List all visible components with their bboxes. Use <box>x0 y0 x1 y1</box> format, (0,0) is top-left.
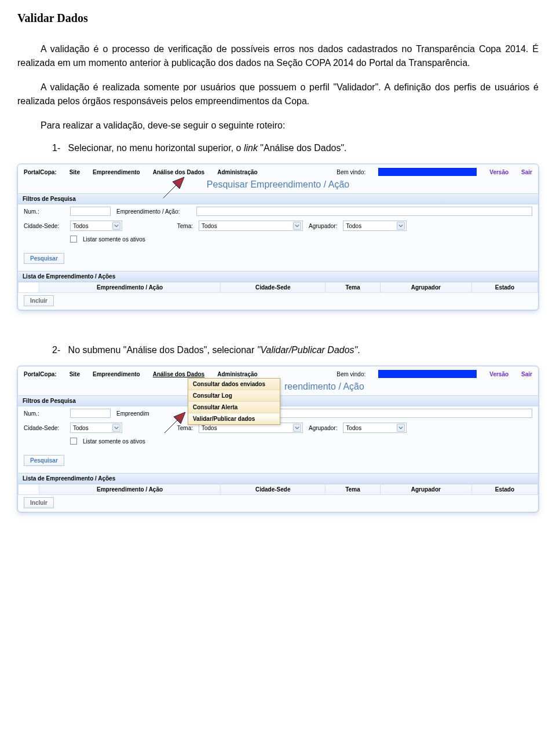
user-name-redacted <box>378 370 477 378</box>
chevron-down-icon <box>397 222 405 230</box>
chevron-down-icon <box>293 222 301 230</box>
results-table: Empreendimento / Ação Cidade-Sede Tema A… <box>18 484 538 495</box>
exit-link[interactable]: Sair <box>521 169 532 175</box>
col-estado: Estado <box>471 485 537 495</box>
page-heading: Validar Dados <box>17 12 539 25</box>
col-empreendimento: Empreendimento / Ação <box>39 282 221 293</box>
screenshot-1: PortalCopa: Site Empreendimento Análise … <box>17 164 539 310</box>
col-empreendimento: Empreendimento / Ação <box>39 485 221 495</box>
menu-administracao[interactable]: Administração <box>217 169 257 175</box>
label-empreendimento-cut: Empreendim <box>116 410 152 417</box>
label-tema: Tema: <box>128 223 193 229</box>
paragraph-intro-3: Para realizar a validação, deve-se segui… <box>17 119 539 133</box>
welcome-label: Bem vindo: <box>336 169 365 175</box>
submenu-consultar-alerta[interactable]: Consultar Alerta <box>188 402 280 413</box>
screenshot-2: PortalCopa: Site Empreendimento Análise … <box>17 366 539 512</box>
chevron-down-icon <box>112 222 120 230</box>
submenu-analise-dados: Consultar dados enviados Consultar Log C… <box>188 378 280 425</box>
pesquisar-button[interactable]: Pesquisar <box>24 455 64 466</box>
paragraph-intro-1: A validação é o processo de verificação … <box>17 42 539 70</box>
step-2: 2- No submenu "Análise dos Dados", selec… <box>52 345 539 355</box>
incluir-button[interactable]: Incluir <box>24 497 54 508</box>
checkbox-listar-ativos[interactable] <box>70 438 77 445</box>
exit-link[interactable]: Sair <box>521 371 532 377</box>
label-tema: Tema: <box>128 425 193 431</box>
version-link[interactable]: Versão <box>489 371 509 377</box>
select-agrupador[interactable]: Todos <box>343 221 407 231</box>
brand-label: PortalCopa: <box>24 169 57 175</box>
col-tema: Tema <box>325 485 381 495</box>
pesquisar-button[interactable]: Pesquisar <box>24 253 64 264</box>
filters-header: Filtros de Pesquisa <box>18 193 538 204</box>
results-table: Empreendimento / Ação Cidade-Sede Tema A… <box>18 282 538 293</box>
chevron-down-icon <box>112 424 120 432</box>
list-header: Lista de Empreendimento / Ações <box>18 271 538 282</box>
menu-administracao[interactable]: Administração <box>217 371 257 377</box>
input-empreendimento[interactable] <box>196 207 532 216</box>
label-empreendimento: Empreendimento / Ação: <box>116 208 191 215</box>
menu-empreendimento[interactable]: Empreendimento <box>93 371 140 377</box>
col-estado: Estado <box>471 282 537 293</box>
select-cidade-sede[interactable]: Todos <box>70 423 122 433</box>
submenu-consultar-dados-enviados[interactable]: Consultar dados enviados <box>188 379 280 390</box>
filters-panel: Num.: Empreendimento / Ação: Cidade-Sede… <box>18 204 538 251</box>
paragraph-intro-2: A validação é realizada somente por usuá… <box>17 80 539 108</box>
col-cidade-sede: Cidade-Sede <box>221 282 325 293</box>
label-agrupador: Agrupador: <box>309 223 337 229</box>
label-agrupador: Agrupador: <box>309 425 337 431</box>
select-tema[interactable]: Todos <box>199 221 303 231</box>
incluir-button[interactable]: Incluir <box>24 295 54 306</box>
page-title: Pesquisar Empreendimento / Ação <box>18 178 538 193</box>
user-name-redacted <box>378 168 477 176</box>
select-cidade-sede[interactable]: Todos <box>70 221 122 231</box>
step-1: 1- Selecionar, no menu horizontal superi… <box>52 143 539 153</box>
checkbox-listar-ativos[interactable] <box>70 236 77 243</box>
label-listar-ativos: Listar somente os ativos <box>83 438 145 445</box>
submenu-validar-publicar-dados[interactable]: Validar/Publicar dados <box>188 413 280 424</box>
chevron-down-icon <box>397 424 405 432</box>
version-link[interactable]: Versão <box>489 169 509 175</box>
list-header: Lista de Empreendimento / Ações <box>18 473 538 484</box>
brand-label: PortalCopa: <box>24 371 57 377</box>
label-num: Num.: <box>24 410 64 417</box>
col-agrupador: Agrupador <box>380 282 471 293</box>
menu-site[interactable]: Site <box>70 169 80 175</box>
col-cidade-sede: Cidade-Sede <box>221 485 325 495</box>
menu-site[interactable]: Site <box>70 371 80 377</box>
menu-analise-dados[interactable]: Análise dos Dados <box>153 371 204 377</box>
label-cidade-sede: Cidade-Sede: <box>24 223 64 229</box>
menu-empreendimento[interactable]: Empreendimento <box>93 169 140 175</box>
top-nav: PortalCopa: Site Empreendimento Análise … <box>18 164 538 178</box>
label-num: Num.: <box>24 208 64 215</box>
chevron-down-icon <box>293 424 301 432</box>
col-tema: Tema <box>325 282 381 293</box>
col-agrupador: Agrupador <box>380 485 471 495</box>
menu-analise-dados[interactable]: Análise dos Dados <box>153 169 204 175</box>
input-num[interactable] <box>70 409 111 418</box>
submenu-consultar-log[interactable]: Consultar Log <box>188 390 280 402</box>
label-listar-ativos: Listar somente os ativos <box>83 236 145 243</box>
select-agrupador[interactable]: Todos <box>343 423 407 433</box>
label-cidade-sede: Cidade-Sede: <box>24 425 64 431</box>
welcome-label: Bem vindo: <box>336 371 365 377</box>
input-num[interactable] <box>70 207 111 216</box>
